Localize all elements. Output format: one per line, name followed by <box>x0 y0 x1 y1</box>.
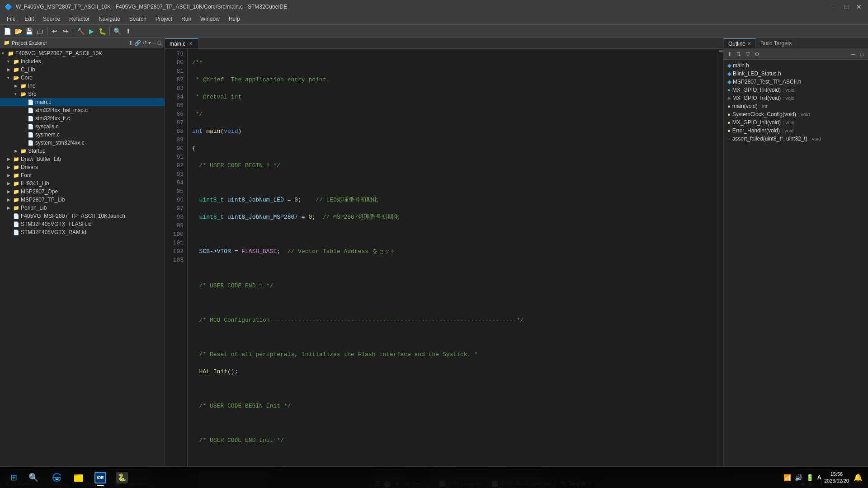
outline-item-error-handler[interactable]: ● Error_Handler(void) : void <box>726 127 866 135</box>
start-button[interactable]: ⊞ <box>5 469 23 487</box>
outline-item-mx-gpio-3[interactable]: ● MX_GPIO_Init(void) : void <box>726 118 866 127</box>
menu-file[interactable]: File <box>2 15 20 23</box>
tree-item-it-c[interactable]: ▶ 📄 stm32f4xx_it.c <box>0 114 165 122</box>
outline-item-sysclock[interactable]: ● SystemClock_Config(void) : void <box>726 110 866 118</box>
tree-item-draw-buffer[interactable]: ▶ 📁 Draw_Buffer_Lib <box>0 155 165 163</box>
explorer-maximize-button[interactable]: □ <box>158 40 161 46</box>
tree-item-inc[interactable]: ▶ 📁 Inc <box>0 82 165 90</box>
tree-item-drivers[interactable]: ▶ 📁 Drivers <box>0 163 165 171</box>
tree-item-font[interactable]: ▶ 📁 Font <box>0 171 165 179</box>
taskbar-app5[interactable]: 🐍 <box>112 468 132 488</box>
tree-item-syscalls[interactable]: ▶ 📄 syscalls.c <box>0 122 165 131</box>
tree-item-system[interactable]: ▶ 📄 system_stm32f4xx.c <box>0 139 165 147</box>
tree-item-launch[interactable]: ▶ 📄 F405VG_MSP2807_TP_ASCII_10K.launch <box>0 212 165 220</box>
menu-help[interactable]: Help <box>224 15 245 23</box>
launch-icon: 📄 <box>13 212 20 220</box>
minimize-outline-button[interactable]: ─ <box>849 50 857 58</box>
outline-tab-close[interactable]: ✕ <box>747 41 751 46</box>
save-all-button[interactable]: 🗃 <box>35 26 45 36</box>
menu-window[interactable]: Window <box>196 15 224 23</box>
tree-item-sysmem[interactable]: ▶ 📄 sysmem.c <box>0 131 165 139</box>
main-layout: 📁 Project Explorer ⬆ 🔗 ↺ ▾ ─ □ ▾ 📁 F405V… <box>0 38 868 477</box>
language-indicator[interactable]: A <box>817 474 821 481</box>
tab-build-targets[interactable]: Build Targets <box>756 38 797 48</box>
taskbar-file-explorer[interactable] <box>69 468 89 488</box>
taskbar-sys-icons: 📶 🔊 🔋 A <box>783 474 821 481</box>
tree-item-startup[interactable]: ▶ 📁 Startup <box>0 147 165 155</box>
tree-item-root[interactable]: ▾ 📁 F405VG_MSP2807_TP_ASCII_10K <box>0 49 165 57</box>
outline-item-main-h[interactable]: ◆ main.h <box>726 61 866 70</box>
tree-sysmem-label: sysmem.c <box>35 131 60 138</box>
collapse-all-button[interactable]: ⬆ <box>128 40 133 46</box>
filter-outline-button[interactable]: ▽ <box>744 50 752 58</box>
flash-ld-icon: 📄 <box>13 221 20 228</box>
menu-project[interactable]: Project <box>151 15 177 23</box>
outline-assert-failed-label: assert_failed(uint8_t*, uint32_t) <box>732 136 807 142</box>
window-title: W_F405VG_MSP2807_TP_ASCII_10K - F405VG_M… <box>16 4 829 10</box>
search-toolbar-button[interactable]: 🔍 <box>112 26 122 36</box>
tree-item-flash-ld[interactable]: ▶ 📄 STM32F405VGTX_FLASH.ld <box>0 220 165 228</box>
outline-item-main-void[interactable]: ● main(void) : int <box>726 102 866 110</box>
outline-item-blink[interactable]: ◆ Blink_LED_Status.h <box>726 70 866 78</box>
explorer-menu-button[interactable]: ▾ <box>148 40 151 46</box>
tree-item-src[interactable]: ▾ 📂 Src <box>0 90 165 98</box>
build-button[interactable]: 🔨 <box>75 26 85 36</box>
ln-94: 94 <box>165 178 184 187</box>
explorer-minimize-button[interactable]: ─ <box>152 40 156 46</box>
minimize-button[interactable]: ─ <box>829 2 838 11</box>
debug-button[interactable]: 🐛 <box>97 26 107 36</box>
taskbar-clock[interactable]: 15:56 2023/02/20 <box>824 471 849 484</box>
menu-source[interactable]: Source <box>38 15 65 23</box>
menu-navigate[interactable]: Navigate <box>94 15 124 23</box>
redo-button[interactable]: ↪ <box>61 26 71 36</box>
sync-button[interactable]: ↺ <box>142 40 147 46</box>
close-button[interactable]: ✕ <box>854 2 863 11</box>
tree-item-periph[interactable]: ▶ 📁 Periph_Lib <box>0 204 165 212</box>
tree-item-hal-msp[interactable]: ▶ 📄 stm32f4xx_hal_msp.c <box>0 106 165 114</box>
maximize-button[interactable]: □ <box>842 2 851 11</box>
taskbar-search-button[interactable]: 🔍 <box>24 469 42 487</box>
tab-outline[interactable]: Outline ✕ <box>724 38 756 48</box>
undo-button[interactable]: ↩ <box>50 26 60 36</box>
ln-92: 92 <box>165 161 184 170</box>
outline-item-assert-failed[interactable]: ○ assert_failed(uint8_t*, uint32_t) : vo… <box>726 135 866 143</box>
tree-item-ili9341[interactable]: ▶ 📁 ILI9341_Lib <box>0 179 165 188</box>
tab-main-c[interactable]: main.c ✕ <box>165 38 198 48</box>
tree-item-main-c[interactable]: ▶ 📄 main.c <box>0 98 165 106</box>
outline-main-void-type: : int <box>760 103 768 109</box>
taskbar-edge[interactable] <box>47 468 67 488</box>
new-file-button[interactable]: 📄 <box>2 26 12 36</box>
tree-item-msp2807-ope[interactable]: ▶ 📁 MSP2807_Ope <box>0 188 165 196</box>
code-content[interactable]: /** * @brief The application entry point… <box>188 49 723 472</box>
tree-item-core[interactable]: ▾ 📂 Core <box>0 74 165 82</box>
taskbar-ide[interactable]: IDE <box>90 468 110 488</box>
menu-search[interactable]: Search <box>125 15 151 23</box>
volume-icon[interactable]: 🔊 <box>795 474 802 481</box>
collapse-all-outline-button[interactable]: ⬆ <box>726 50 734 58</box>
menu-edit[interactable]: Edit <box>20 15 38 23</box>
outline-item-mx-gpio-1[interactable]: ● MX_GPIO_Init(void) : void <box>726 86 866 94</box>
sort-outline-button[interactable]: ⇅ <box>735 50 743 58</box>
tree-item-includes[interactable]: ▾ 📁 Includes <box>0 57 165 66</box>
notification-button[interactable]: 🔔 <box>852 473 864 482</box>
link-editor-button[interactable]: 🔗 <box>134 40 141 46</box>
tree-item-msp2807-tp[interactable]: ▶ 📁 MSP2807_TP_Lib <box>0 196 165 204</box>
ln-88: 88 <box>165 127 184 136</box>
tree-core-label: Core <box>21 75 33 81</box>
info-button[interactable]: ℹ <box>123 26 133 36</box>
menu-run[interactable]: Run <box>177 15 196 23</box>
menu-refactor[interactable]: Refactor <box>65 15 94 23</box>
network-icon[interactable]: 📶 <box>783 474 791 481</box>
run-button[interactable]: ▶ <box>86 26 96 36</box>
open-file-button[interactable]: 📂 <box>13 26 23 36</box>
code-line-102 <box>192 453 719 462</box>
outline-item-msp2807-test[interactable]: ◆ MSP2807_Test_TP_ASCII.h <box>726 78 866 86</box>
save-button[interactable]: 💾 <box>24 26 34 36</box>
tree-item-ram-ld[interactable]: ▶ 📄 STM32F405VGTX_RAM.ld <box>0 228 165 236</box>
outline-item-mx-gpio-2[interactable]: ◈ MX_GPIO_Init(void) : void <box>726 94 866 102</box>
tree-item-c-lib[interactable]: ▶ 📁 C_Lib <box>0 66 165 74</box>
code-scrollbar[interactable] <box>718 49 723 472</box>
maximize-outline-button[interactable]: □ <box>858 50 866 58</box>
settings-outline-button[interactable]: ⚙ <box>753 50 761 58</box>
tab-main-c-close[interactable]: ✕ <box>188 41 193 47</box>
